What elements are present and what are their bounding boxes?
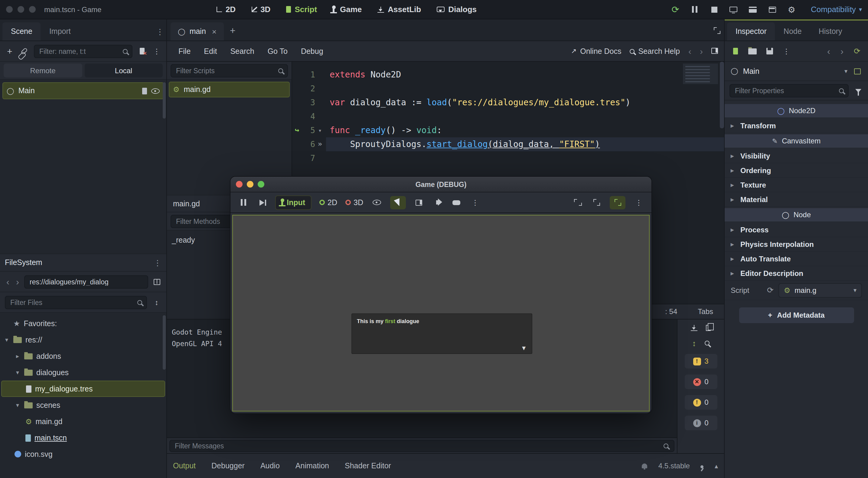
remote-button[interactable]: Remote xyxy=(4,63,82,78)
group-transform[interactable]: ▸ Transform xyxy=(725,119,868,133)
gutter-line[interactable]: 1 xyxy=(292,68,326,82)
code-line[interactable] xyxy=(326,151,724,165)
fs-item-main-gd[interactable]: ⚙ main.gd xyxy=(1,413,165,429)
fs-item-dialogues[interactable]: ▾ dialogues xyxy=(1,364,165,381)
property-filter-icon[interactable] xyxy=(854,86,863,95)
zoom-window-button[interactable] xyxy=(29,6,36,13)
fs-item-my-dialogue-tres[interactable]: my_dialogue.tres xyxy=(1,381,165,397)
gutter-line[interactable]: ↪5▾ xyxy=(292,123,326,137)
inspector-forward-icon[interactable]: › xyxy=(839,46,845,56)
menu-file[interactable]: File xyxy=(173,44,196,58)
gutter-line[interactable]: 4 xyxy=(292,110,326,123)
minimize-window-button[interactable] xyxy=(18,6,24,13)
chevron-down-icon[interactable]: ▾ xyxy=(14,402,21,409)
category-node2d[interactable]: ◯ Node2D xyxy=(725,104,868,117)
load-resource-button[interactable] xyxy=(748,46,757,56)
edited-object-row[interactable]: ◯ Main ▾ xyxy=(725,62,868,81)
attach-script-button[interactable] xyxy=(137,46,147,56)
open-script-icon[interactable] xyxy=(142,87,147,94)
filesystem-menu-icon[interactable]: ⋮ xyxy=(154,258,161,267)
scene-tree-menu-icon[interactable]: ⋮ xyxy=(152,46,161,56)
game-menu-icon[interactable]: ⋮ xyxy=(470,196,480,209)
restart-button[interactable]: ⟳ xyxy=(671,4,680,14)
mute-audio-button[interactable] xyxy=(432,196,443,209)
nav-forward-icon[interactable]: › xyxy=(14,276,21,287)
remote-debug-button[interactable] xyxy=(728,4,738,14)
warning2-count-badge[interactable]: ! 0 xyxy=(684,395,717,410)
bottom-tab-output[interactable]: Output xyxy=(173,462,196,470)
renderer-selector[interactable]: Compatibility ▾ xyxy=(811,5,862,14)
fs-item-addons[interactable]: ▸ addons xyxy=(1,348,165,364)
filter-properties-input[interactable] xyxy=(730,84,849,97)
indent-type[interactable]: Tabs xyxy=(698,307,713,316)
toggle-scripts-panel-icon[interactable] xyxy=(711,47,718,55)
inspector-back-icon[interactable]: ‹ xyxy=(826,46,832,56)
gamepad-button[interactable] xyxy=(451,196,462,209)
history-forward-icon[interactable]: › xyxy=(700,46,703,56)
view-menu-icon[interactable]: ⋮ xyxy=(633,196,644,209)
code-line[interactable]: SproutyDialogs.start_dialog(dialog_data,… xyxy=(326,137,724,151)
menu-search[interactable]: Search xyxy=(225,44,259,58)
code-line[interactable]: func _ready() -> void: xyxy=(326,123,724,137)
fs-item-res[interactable]: ▾ res:// xyxy=(1,332,165,348)
group-material[interactable]: ▸ Material xyxy=(725,192,868,207)
open-docs-icon[interactable] xyxy=(852,66,862,76)
stop-button[interactable] xyxy=(709,4,719,14)
game-debug-window[interactable]: Game (DEBUG) Input 2D 3D ⋮ xyxy=(230,176,652,414)
nav-back-icon[interactable]: ‹ xyxy=(5,276,11,287)
pin-panel-icon[interactable] xyxy=(701,462,704,470)
notifications-bell-icon[interactable] xyxy=(642,462,648,470)
tab-import[interactable]: Import xyxy=(41,22,79,40)
gutter-line[interactable]: 2 xyxy=(292,82,326,96)
tab-node[interactable]: Node xyxy=(775,22,810,40)
fullscreen-button[interactable] xyxy=(591,196,602,209)
code-line[interactable] xyxy=(326,110,724,123)
scene-tree-scrollbar[interactable] xyxy=(163,82,166,119)
script-item-main-gd[interactable]: ⚙ main.gd xyxy=(169,82,290,97)
mode-3d-button[interactable]: 3D xyxy=(345,198,363,207)
new-tab-icon[interactable]: + xyxy=(230,25,236,36)
copy-log-icon[interactable] xyxy=(706,324,711,333)
category-node[interactable]: ◯ Node xyxy=(725,208,868,221)
menu-edit[interactable]: Edit xyxy=(198,44,222,58)
next-frame-button[interactable] xyxy=(256,196,267,209)
bottom-tab-audio[interactable]: Audio xyxy=(260,462,280,470)
tab-history[interactable]: History xyxy=(810,22,851,40)
scene-filter-input[interactable] xyxy=(34,44,132,58)
run-settings-button[interactable]: ⚙ xyxy=(787,4,796,14)
filesystem-path-input[interactable] xyxy=(24,275,148,288)
mode-2d-button[interactable]: 2D xyxy=(319,198,337,207)
group-visibility[interactable]: ▸ Visibility xyxy=(725,149,868,163)
dialogue-advance-icon[interactable]: ▾ xyxy=(522,344,526,352)
tab-scene[interactable]: Scene xyxy=(2,22,41,40)
gutter-line[interactable]: 6» xyxy=(292,137,326,151)
filter-scripts-input[interactable] xyxy=(170,64,288,77)
select-mode-button[interactable] xyxy=(390,196,406,209)
suspend-visibility-icon[interactable] xyxy=(371,196,382,209)
save-resource-button[interactable] xyxy=(765,46,774,56)
visibility-toggle-icon[interactable] xyxy=(151,88,160,93)
fs-item-favorites[interactable]: ★ Favorites: xyxy=(1,315,165,332)
script-value-dropdown[interactable]: ⚙ main.g ▾ xyxy=(778,283,862,297)
bottom-tab-shader-editor[interactable]: Shader Editor xyxy=(345,462,391,470)
chevron-right-icon[interactable]: ▸ xyxy=(14,353,21,359)
tab-dialogs[interactable]: Dialogs xyxy=(437,5,477,14)
fs-item-scenes[interactable]: ▾ scenes xyxy=(1,397,165,413)
fs-item-icon-svg[interactable]: icon.svg xyxy=(1,446,165,462)
online-docs-button[interactable]: ↗ Online Docs xyxy=(571,47,621,55)
tab-2d[interactable]: 2D xyxy=(217,5,236,14)
group-physics-interpolation[interactable]: ▸ Physics Interpolation xyxy=(725,237,868,252)
collapse-messages-icon[interactable]: ↕ xyxy=(692,339,696,348)
gutter-line[interactable]: 7 xyxy=(292,151,326,165)
search-log-icon[interactable] xyxy=(705,339,710,348)
gutter-line[interactable]: 3 xyxy=(292,96,326,110)
tab-inspector[interactable]: Inspector xyxy=(727,22,775,40)
split-view-icon[interactable] xyxy=(152,277,161,287)
info-count-badge[interactable]: i 0 xyxy=(684,416,717,430)
category-canvasitem[interactable]: ✎ CanvasItem xyxy=(725,134,868,148)
code-line[interactable]: var dialog_data := load("res://dialogues… xyxy=(326,96,724,110)
chevron-down-icon[interactable]: ▾ xyxy=(4,336,10,343)
fold-icon[interactable]: ▾ xyxy=(318,127,322,134)
distraction-free-icon[interactable] xyxy=(714,27,720,36)
inspector-history-icon[interactable]: ⟳ xyxy=(852,46,862,56)
